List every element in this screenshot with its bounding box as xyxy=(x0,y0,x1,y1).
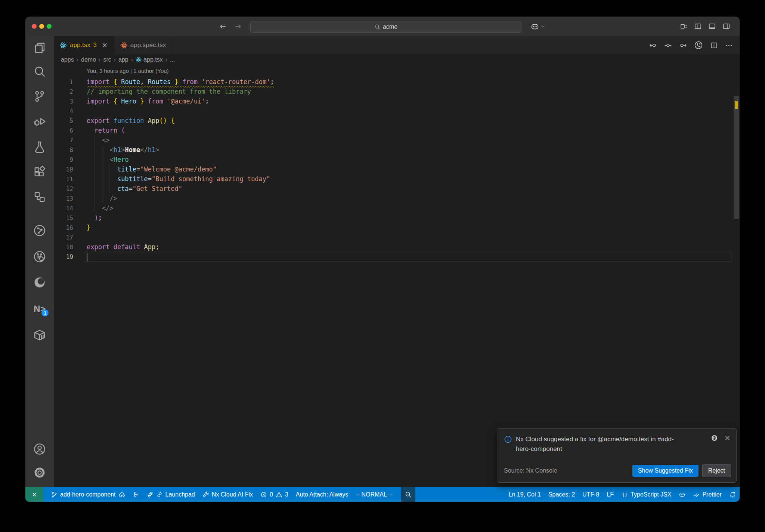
code-line-15[interactable]: 15 ); xyxy=(54,213,740,223)
editor-scrollbar[interactable] xyxy=(734,83,739,487)
code-line-6[interactable]: 6 return ( xyxy=(54,126,740,135)
activity-extensions[interactable] xyxy=(33,166,46,178)
code-line-11[interactable]: 11 subtitle="Build something amazing tod… xyxy=(54,174,740,184)
codelens-blame[interactable]: You, 3 hours ago | 1 author (You) xyxy=(87,68,169,74)
code-line-3[interactable]: 3import { Hero } from '@acme/ui'; xyxy=(54,96,740,106)
status-scm-graph[interactable] xyxy=(129,487,143,502)
status-remote-indicator[interactable] xyxy=(25,487,43,502)
toggle-primary-sidebar-icon[interactable] xyxy=(694,22,702,30)
status-nx-cloud-ai-fix[interactable]: Nx Cloud AI Fix xyxy=(199,487,257,502)
nav-location-icon[interactable] xyxy=(664,41,672,49)
breadcrumb-item-...[interactable]: ... xyxy=(170,56,175,63)
notification-settings-icon[interactable] xyxy=(711,434,718,442)
code-line-1[interactable]: 1import { Route, Routes } from 'react-ro… xyxy=(54,77,740,87)
notification-close-icon[interactable] xyxy=(724,434,731,442)
window-close-button[interactable] xyxy=(32,24,37,29)
status-bar-left: add-hero-componentLaunchpadNx Cloud AI F… xyxy=(25,487,505,502)
activity-source-control[interactable] xyxy=(33,90,46,103)
nav-next-icon[interactable] xyxy=(679,41,687,49)
tab-app.spec.tsx[interactable]: app.spec.tsx xyxy=(114,36,172,54)
code-line-7[interactable]: 7 <> xyxy=(54,135,740,145)
activity-account[interactable] xyxy=(33,443,46,455)
breadcrumb-item-app[interactable]: app xyxy=(118,56,128,63)
status-zoom-indicator[interactable] xyxy=(401,487,415,502)
activity-nx-console[interactable]: N>1 xyxy=(33,302,46,315)
status-notifications-bell[interactable] xyxy=(725,487,740,502)
back-icon[interactable] xyxy=(219,23,227,30)
code-line-19[interactable]: 19 xyxy=(54,252,740,262)
status-cursor-position[interactable]: Ln 19, Col 1 xyxy=(505,487,545,502)
status-formatter-prettier[interactable]: Prettier xyxy=(689,487,725,502)
copilot-menu[interactable] xyxy=(530,22,545,31)
activity-search[interactable] xyxy=(33,65,46,78)
scrollbar-thumb[interactable] xyxy=(734,96,739,219)
activity-package-explorer[interactable] xyxy=(33,329,46,341)
split-editor-icon[interactable] xyxy=(710,41,718,49)
code-line-10[interactable]: 10 title="Welcmoe @acme/demo" xyxy=(54,164,740,174)
code-line-5[interactable]: 5export function App() { xyxy=(54,116,740,126)
status-label: Prettier xyxy=(702,491,722,498)
line-number: 3 xyxy=(54,98,73,105)
line-number: 14 xyxy=(54,205,73,212)
code-line-16[interactable]: 16} xyxy=(54,223,740,232)
activity-nx-project-graph[interactable] xyxy=(33,224,46,237)
window-zoom-button[interactable] xyxy=(47,24,52,29)
nav-previous-icon[interactable] xyxy=(649,41,657,49)
more-actions-icon[interactable] xyxy=(725,41,733,49)
breadcrumb-item-src[interactable]: src xyxy=(103,56,111,63)
status-gitlens-launchpad[interactable]: Launchpad xyxy=(143,487,199,502)
command-center[interactable]: acme xyxy=(250,21,521,33)
activity-gitlens[interactable] xyxy=(33,250,46,263)
status-problems[interactable]: 03 xyxy=(257,487,292,502)
activity-run-debug[interactable] xyxy=(33,115,46,128)
toggle-panel-icon[interactable] xyxy=(708,22,716,30)
status-copilot-status[interactable] xyxy=(675,487,689,502)
layout-customize-icon[interactable] xyxy=(680,22,688,30)
status-auto-attach[interactable]: Auto Attach: Always xyxy=(292,487,352,502)
activity-settings[interactable] xyxy=(33,466,46,479)
breadcrumb-item-app.tsx[interactable]: app.tsx xyxy=(136,56,163,63)
line-number: 2 xyxy=(54,88,73,95)
status-vim-mode[interactable]: -- NORMAL -- xyxy=(352,487,396,502)
tab-close-icon[interactable] xyxy=(101,42,108,49)
code-line-18[interactable]: 18export default App; xyxy=(54,242,740,252)
status-encoding[interactable]: UTF-8 xyxy=(579,487,603,502)
activity-references[interactable] xyxy=(33,191,46,203)
forward-icon[interactable] xyxy=(234,23,242,30)
breadcrumb-label: app.tsx xyxy=(143,56,163,63)
status-indentation[interactable]: Spaces: 2 xyxy=(545,487,579,502)
breadcrumb-item-apps[interactable]: apps xyxy=(61,56,74,63)
code-line-4[interactable]: 4 xyxy=(54,106,740,116)
nx-run-icon[interactable] xyxy=(694,41,703,50)
error-icon xyxy=(260,491,267,498)
toggle-secondary-sidebar-icon[interactable] xyxy=(722,22,730,30)
status-language-mode[interactable]: {}TypeScript JSX xyxy=(617,487,675,502)
activity-edge-browser[interactable] xyxy=(33,276,46,289)
line-content: export default App; xyxy=(87,243,159,251)
code-line-12[interactable]: 12 cta="Get Started" xyxy=(54,184,740,194)
titlebar: acme xyxy=(25,17,740,36)
show-suggested-fix-button[interactable]: Show Suggested Fix xyxy=(632,465,699,477)
editor-group: app.tsx3app.spec.tsx apps›demo›src›app›a… xyxy=(54,36,740,487)
tab-app.tsx[interactable]: app.tsx3 xyxy=(54,36,114,54)
activity-testing[interactable] xyxy=(33,140,46,153)
status-eol[interactable]: LF xyxy=(603,487,617,502)
breadcrumb-label: src xyxy=(103,56,111,63)
code-line-17[interactable]: 17 xyxy=(54,232,740,242)
activity-explorer[interactable] xyxy=(33,41,46,54)
code-line-8[interactable]: 8 <h1>Home</h1> xyxy=(54,145,740,155)
code-line-9[interactable]: 9 <Hero xyxy=(54,155,740,164)
code-line-14[interactable]: 14 </> xyxy=(54,203,740,213)
breadcrumb-item-demo[interactable]: demo xyxy=(81,56,96,63)
settings-icon xyxy=(33,466,46,479)
window-minimize-button[interactable] xyxy=(39,24,44,29)
reject-button[interactable]: Reject xyxy=(702,464,731,477)
status-label: Launchpad xyxy=(165,491,195,498)
status-git-branch[interactable]: add-hero-component xyxy=(47,487,129,502)
code-line-13[interactable]: 13 /> xyxy=(54,194,740,203)
line-number: 17 xyxy=(54,234,73,241)
line-content: <> xyxy=(87,136,109,144)
editor[interactable]: You, 3 hours ago | 1 author (You) 1impor… xyxy=(54,65,740,487)
status-label: UTF-8 xyxy=(582,491,599,498)
code-line-2[interactable]: 2// importing the component from the lib… xyxy=(54,87,740,96)
